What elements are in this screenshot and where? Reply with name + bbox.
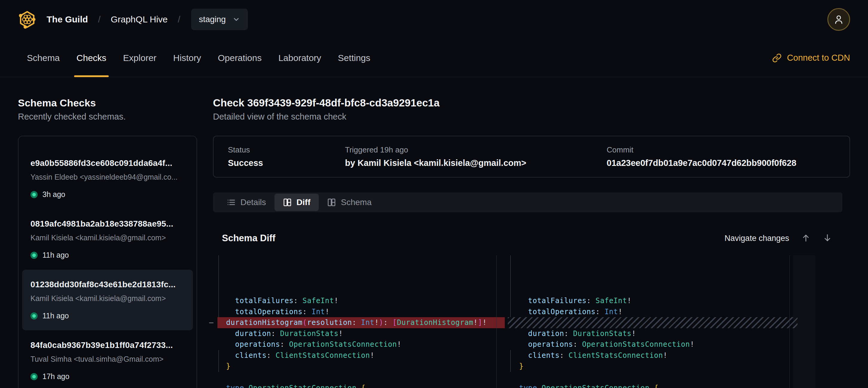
user-icon — [833, 14, 844, 25]
status-value: Success — [228, 158, 345, 168]
main-nav: Schema Checks Explorer History Operation… — [0, 39, 868, 77]
panels-icon — [327, 198, 336, 207]
triggered-value: by Kamil Kisiela <kamil.kisiela@gmail.co… — [345, 158, 607, 168]
status-dot — [30, 191, 38, 198]
diff-pane-before[interactable]: totalFailures: SafeInt! totalOperations:… — [206, 255, 496, 388]
status-dot — [30, 373, 38, 380]
nav-tab-schema[interactable]: Schema — [27, 39, 60, 77]
panels-icon — [283, 198, 292, 207]
diff-pane-after[interactable]: totalFailures: SafeInt! totalOperations:… — [496, 255, 815, 388]
check-hash: 0819afc4981ba2ab18e338788ae95... — [30, 218, 185, 230]
navigate-next-change-button[interactable] — [823, 233, 832, 244]
commit-label: Commit — [607, 145, 835, 154]
nav-tab-history[interactable]: History — [173, 39, 201, 77]
tab-details[interactable]: Details — [218, 194, 275, 211]
schema-checks-sidebar: Schema Checks Recently checked schemas. … — [18, 96, 197, 388]
tab-diff[interactable]: Diff — [275, 194, 319, 211]
connect-to-cdn-button[interactable]: Connect to CDN — [772, 39, 850, 77]
status-dot — [30, 312, 38, 320]
view-tabs: Details Diff Schema — [213, 192, 842, 212]
check-author: Kamil Kisiela <kamil.kisiela@gmail.com> — [30, 232, 185, 243]
sidebar-subtitle: Recently checked schemas. — [18, 111, 197, 123]
page-title: Check 369f3439-929f-48df-bfc8-cd3a9291ec… — [213, 96, 850, 110]
check-author: Yassin Eldeeb <yassineldeeb94@gmail.co..… — [30, 172, 185, 182]
schema-diff-editor: totalFailures: SafeInt! totalOperations:… — [206, 255, 815, 388]
check-author: Tuval Simha <tuval.simha@Gmail.com> — [30, 354, 185, 364]
breadcrumb-separator: / — [178, 14, 180, 25]
diff-pane-divider — [496, 255, 497, 388]
schema-diff-title: Schema Diff — [222, 232, 275, 244]
nav-tab-laboratory[interactable]: Laboratory — [278, 39, 321, 77]
schema-check-list-item[interactable]: 01238ddd30faf8c43e61be2d1813fc... Kamil … — [22, 270, 193, 330]
schema-check-list-item[interactable]: 84fa0cab9367b39e1b1ff0a74f2733... Tuval … — [22, 330, 193, 388]
check-time: 11h ago — [42, 251, 69, 260]
schema-check-list-item[interactable]: e9a0b55886fd3ce608c091dda6a4f... Yassin … — [22, 148, 193, 209]
target-selector-value: staging — [199, 14, 226, 24]
tab-schema-label: Schema — [341, 198, 372, 207]
schema-checks-list: e9a0b55886fd3ce608c091dda6a4f... Yassin … — [18, 136, 197, 388]
diff-overview-ruler[interactable] — [793, 255, 815, 388]
hive-logo-icon[interactable] — [18, 9, 36, 29]
breadcrumb-separator: / — [98, 14, 100, 25]
check-detail-panel: Check 369f3439-929f-48df-bfc8-cd3a9291ec… — [213, 96, 850, 388]
target-selector[interactable]: staging — [191, 9, 248, 30]
chevron-down-icon — [232, 16, 240, 23]
check-hash: e9a0b55886fd3ce608c091dda6a4f... — [30, 157, 185, 169]
navigate-changes-label: Navigate changes — [725, 234, 789, 243]
tab-schema[interactable]: Schema — [319, 194, 380, 211]
diff-overview-ruler-border — [789, 255, 790, 388]
connect-to-cdn-label: Connect to CDN — [787, 53, 850, 63]
triggered-label: Triggered 19h ago — [345, 145, 607, 154]
check-status-card: Status Success Triggered 19h ago by Kami… — [213, 136, 850, 178]
page-subtitle: Detailed view of the schema check — [213, 111, 850, 123]
link-icon — [772, 53, 782, 63]
nav-tab-explorer[interactable]: Explorer — [123, 39, 156, 77]
status-dot — [30, 252, 38, 259]
check-author: Kamil Kisiela <kamil.kisiela@gmail.com> — [30, 293, 185, 304]
list-icon — [227, 198, 236, 207]
check-time: 3h ago — [42, 190, 65, 199]
check-hash: 01238ddd30faf8c43e61be2d1813fc... — [30, 278, 185, 291]
check-time: 11h ago — [42, 311, 69, 320]
app-header: The Guild / GraphQL Hive / staging — [0, 0, 868, 39]
commit-value: 01a23ee0f7db01a9e7ac0d0747d62bb900f0f628 — [607, 158, 835, 168]
status-label: Status — [228, 145, 345, 154]
tab-details-label: Details — [241, 198, 266, 207]
user-menu-button[interactable] — [827, 8, 850, 31]
check-hash: 84fa0cab9367b39e1b1ff0a74f2733... — [30, 339, 185, 351]
check-time: 17h ago — [42, 372, 69, 381]
nav-tab-settings[interactable]: Settings — [338, 39, 370, 77]
sidebar-title: Schema Checks — [18, 96, 197, 110]
nav-tab-checks[interactable]: Checks — [76, 39, 106, 77]
nav-tab-operations[interactable]: Operations — [218, 39, 262, 77]
arrow-down-icon — [823, 233, 832, 243]
schema-check-list-item[interactable]: 0819afc4981ba2ab18e338788ae95... Kamil K… — [22, 209, 193, 270]
tab-diff-label: Diff — [297, 198, 311, 207]
arrow-up-icon — [801, 233, 811, 243]
breadcrumb-org[interactable]: The Guild — [46, 14, 88, 25]
navigate-previous-change-button[interactable] — [801, 233, 811, 244]
breadcrumb-project[interactable]: GraphQL Hive — [111, 14, 168, 25]
